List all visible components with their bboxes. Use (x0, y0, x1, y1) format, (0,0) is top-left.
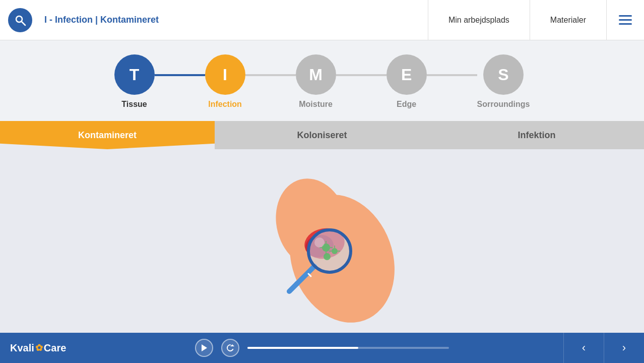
next-button[interactable]: › (604, 333, 644, 363)
header-logo (0, 8, 40, 32)
restart-button[interactable] (221, 339, 239, 357)
step-tissue-circle: T (114, 54, 155, 95)
header-nav: Min arbejdsplads Materialer (428, 0, 644, 40)
svg-line-1 (22, 22, 25, 25)
hamburger-menu-button[interactable] (606, 0, 644, 40)
step-tissue-label: Tissue (121, 100, 147, 109)
header: I - Infection | Kontamineret Min arbejds… (0, 0, 644, 40)
connector-e-s (427, 74, 477, 76)
footer-logo-flower: ✿ (35, 342, 43, 353)
connector-t-i (155, 74, 205, 76)
progress-fill (247, 347, 358, 349)
step-edge-circle: E (387, 54, 427, 95)
svg-line-7 (289, 284, 297, 291)
step-edge-label: Edge (397, 100, 416, 109)
header-title: I - Infection | Kontamineret (40, 15, 428, 25)
tabs: Kontamineret Koloniseret Infektion (0, 121, 644, 149)
connector-i-m (245, 74, 296, 76)
svg-point-19 (314, 237, 325, 248)
header-title-highlight: Kontamineret (100, 15, 159, 25)
footer-logo: Kvali✿Care (10, 342, 66, 354)
search-icon (8, 8, 32, 32)
tab-infektion[interactable]: Infektion (429, 121, 644, 149)
step-surroundings[interactable]: S Sorroundings (477, 54, 530, 109)
header-title-plain: I - Infection | (44, 15, 100, 25)
connector-m-e (336, 74, 387, 76)
tab-koloniseret[interactable]: Koloniseret (215, 121, 429, 149)
progress-bar[interactable] (247, 347, 449, 349)
footer-logo-suffix: Care (44, 342, 66, 354)
step-infection-label: Infection (208, 100, 242, 109)
footer-logo-text: Kvali (10, 342, 34, 354)
steps-container: T Tissue I Infection M Moisture E Edge S… (0, 40, 644, 121)
footer: Kvali✿Care ‹ › (0, 333, 644, 363)
hamburger-icon (619, 15, 632, 25)
step-infection[interactable]: I Infection (205, 54, 245, 109)
svg-point-10 (332, 248, 338, 254)
svg-marker-21 (202, 344, 207, 351)
step-moisture-label: Moisture (299, 100, 333, 109)
main-content (0, 149, 644, 333)
svg-marker-22 (230, 344, 234, 346)
play-button[interactable] (195, 339, 213, 357)
step-surroundings-label: Sorroundings (477, 100, 530, 109)
step-infection-circle: I (205, 54, 245, 95)
step-surroundings-circle: S (483, 54, 524, 95)
nav-my-workspace[interactable]: Min arbejdsplads (428, 0, 530, 40)
step-tissue[interactable]: T Tissue (114, 54, 155, 109)
wound-illustration (236, 158, 408, 324)
step-moisture-circle: M (296, 54, 336, 95)
step-moisture[interactable]: M Moisture (296, 54, 336, 109)
nav-materials[interactable]: Materialer (530, 0, 606, 40)
footer-nav: ‹ › (563, 333, 644, 363)
footer-controls (195, 339, 449, 357)
tab-kontamineret[interactable]: Kontamineret (0, 121, 215, 149)
previous-button[interactable]: ‹ (563, 333, 604, 363)
svg-point-11 (324, 253, 331, 260)
step-edge[interactable]: E Edge (387, 54, 427, 109)
